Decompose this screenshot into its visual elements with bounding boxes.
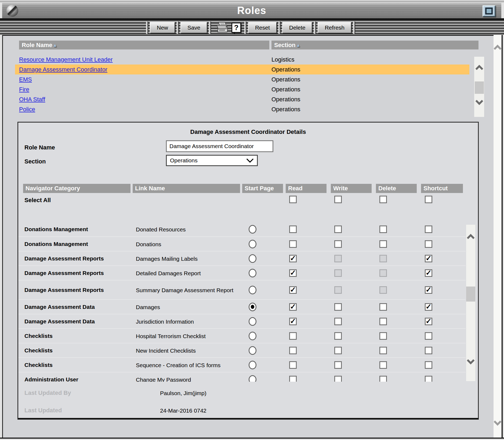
read-checkbox[interactable]: ✓	[289, 286, 297, 294]
write-checkbox[interactable]	[334, 361, 342, 369]
start-page-radio[interactable]	[249, 269, 256, 277]
toolbar: New Save ? Reset Delete	[0, 20, 504, 35]
scroll-down-icon[interactable]	[475, 100, 483, 105]
start-page-radio[interactable]	[249, 286, 256, 294]
read-checkbox[interactable]: ✓	[289, 255, 297, 262]
select-all-read-checkbox[interactable]	[289, 196, 297, 203]
read-checkbox[interactable]	[289, 361, 297, 369]
toolbar-separator	[244, 22, 246, 34]
role-name-input[interactable]	[166, 140, 273, 152]
delete-checkbox[interactable]	[379, 347, 387, 354]
shortcut-checkbox[interactable]	[425, 347, 432, 354]
write-checkbox	[334, 255, 342, 262]
print-button[interactable]	[214, 22, 228, 34]
section-column-header[interactable]: Section▲	[271, 41, 478, 49]
shortcut-checkbox[interactable]: ✓	[425, 255, 432, 262]
role-name-link[interactable]: Resource Management Unit Leader	[19, 56, 113, 63]
permission-row: Damage Assessment ReportsDetailed Damage…	[18, 266, 466, 280]
write-checkbox[interactable]	[334, 332, 342, 340]
scroll-up-icon[interactable]	[475, 65, 483, 70]
read-checkbox[interactable]	[289, 332, 297, 340]
section-select[interactable]: Operations	[166, 155, 258, 166]
delete-checkbox[interactable]	[379, 226, 387, 233]
shortcut-checkbox[interactable]: ✓	[425, 269, 432, 277]
delete-checkbox[interactable]	[379, 361, 387, 369]
shortcut-checkbox[interactable]	[425, 226, 432, 233]
navigator-category-cell: Checklists	[24, 362, 53, 368]
read-checkbox[interactable]	[289, 226, 297, 233]
shortcut-checkbox[interactable]: ✓	[425, 286, 432, 294]
delete-button[interactable]: Delete	[282, 22, 313, 33]
start-page-radio[interactable]	[249, 225, 256, 234]
write-checkbox[interactable]	[334, 347, 342, 354]
role-name-link[interactable]: Damage Assessment Coordinator	[19, 66, 107, 73]
permissions-scrollbar[interactable]	[466, 225, 475, 381]
role-name-column-header[interactable]: Role Name▲	[19, 41, 269, 49]
delete-checkbox[interactable]	[379, 376, 387, 382]
read-checkbox[interactable]	[289, 376, 297, 382]
scroll-up-icon[interactable]	[494, 45, 502, 50]
toolbar-separator	[353, 22, 355, 34]
start-page-radio[interactable]	[249, 317, 256, 326]
toolbar-separator	[278, 22, 281, 34]
select-all-delete-checkbox[interactable]	[379, 196, 387, 203]
role-name-link[interactable]: Fire	[19, 86, 29, 93]
start-page-radio[interactable]	[249, 240, 256, 248]
page-scrollbar[interactable]	[494, 35, 503, 438]
shortcut-checkbox[interactable]	[425, 361, 432, 369]
select-all-write-checkbox[interactable]	[334, 196, 342, 203]
new-button[interactable]: New	[150, 22, 175, 33]
read-checkbox[interactable]: ✓	[289, 318, 297, 325]
role-row: OHA StaffOperations	[15, 94, 469, 104]
scroll-down-icon[interactable]	[467, 359, 475, 364]
permission-row: ChecklistsSequence - Creation of ICS for…	[18, 357, 466, 372]
read-checkbox[interactable]: ✓	[289, 303, 297, 311]
start-page-radio[interactable]	[249, 375, 256, 382]
permissions-scrollbar-thumb[interactable]	[466, 287, 475, 302]
save-button[interactable]: Save	[180, 22, 207, 33]
write-checkbox[interactable]	[334, 303, 342, 311]
shortcut-checkbox[interactable]: ✓	[425, 303, 432, 311]
delete-checkbox	[379, 269, 387, 277]
role-name-link[interactable]: OHA Staff	[19, 96, 45, 103]
read-header: Read	[286, 184, 327, 193]
read-checkbox[interactable]	[289, 240, 297, 248]
role-name-link[interactable]: EMS	[19, 76, 32, 83]
shortcut-checkbox[interactable]	[425, 332, 432, 340]
read-checkbox[interactable]: ✓	[289, 269, 297, 277]
role-name-link[interactable]: Police	[19, 106, 35, 113]
shortcut-checkbox[interactable]: ✓	[425, 318, 432, 325]
write-checkbox[interactable]	[334, 240, 342, 248]
scroll-down-icon[interactable]	[494, 420, 502, 426]
refresh-button[interactable]: Refresh	[318, 22, 351, 33]
start-page-radio[interactable]	[249, 346, 256, 355]
shortcut-checkbox[interactable]	[425, 376, 432, 382]
roles-list-scrollbar[interactable]	[474, 57, 484, 117]
delete-checkbox[interactable]	[379, 303, 387, 311]
role-name-cell: EMS	[19, 76, 271, 83]
help-button[interactable]: ?	[231, 23, 241, 33]
shortcut-checkbox[interactable]	[425, 240, 432, 248]
start-page-radio[interactable]	[249, 303, 256, 311]
delete-checkbox[interactable]	[379, 332, 387, 340]
select-all-label: Select All	[24, 197, 51, 204]
roles-scrollbar-thumb[interactable]	[475, 81, 484, 94]
write-checkbox[interactable]	[334, 226, 342, 233]
role-section-cell: Logistics	[271, 56, 295, 63]
shortcut-header: Shortcut	[421, 184, 463, 193]
role-section-cell: Operations	[271, 76, 300, 83]
start-page-radio[interactable]	[249, 254, 256, 263]
write-checkbox[interactable]	[334, 376, 342, 382]
start-page-radio[interactable]	[249, 361, 256, 369]
start-page-radio[interactable]	[249, 332, 256, 340]
reset-button[interactable]: Reset	[248, 22, 277, 33]
delete-checkbox[interactable]	[379, 318, 387, 325]
delete-checkbox[interactable]	[379, 240, 387, 248]
restore-window-button[interactable]	[483, 5, 495, 17]
link-name-cell: Sequence - Creation of ICS forms	[136, 361, 238, 369]
details-title: Damage Assessment Coordinator Details	[18, 128, 478, 135]
read-checkbox[interactable]	[289, 347, 297, 354]
write-checkbox[interactable]	[334, 318, 342, 325]
select-all-shortcut-checkbox[interactable]	[425, 196, 432, 203]
scroll-up-icon[interactable]	[467, 234, 475, 239]
